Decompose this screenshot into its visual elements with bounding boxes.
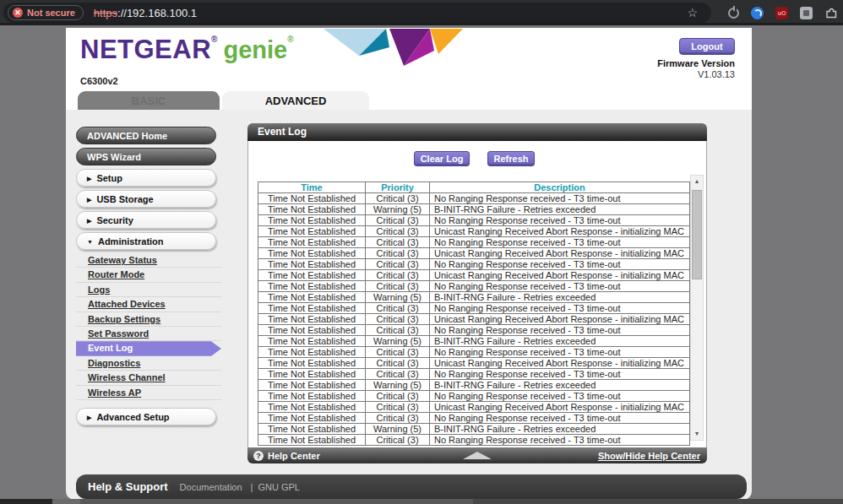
description-cell: B-INIT-RNG Failure - Retries exceeded [430, 336, 690, 347]
description-cell: B-INIT-RNG Failure - Retries exceeded [430, 380, 690, 391]
priority-cell: Critical (3) [366, 281, 430, 292]
help-support-bar: Help & Support Documentation | GNU GPL [76, 474, 747, 499]
time-cell: Time Not Established [258, 226, 366, 237]
tab-basic[interactable]: BASIC [78, 91, 220, 110]
scrollbar-thumb[interactable] [692, 190, 702, 279]
description-cell: No Ranging Response received - T3 time-o… [430, 413, 690, 424]
time-cell: Time Not Established [258, 259, 366, 270]
time-cell: Time Not Established [258, 347, 366, 358]
sidebar-link-logs[interactable]: Logs [76, 283, 221, 297]
priority-cell: Critical (3) [366, 435, 430, 446]
priority-cell: Critical (3) [366, 347, 430, 358]
sidebar-link-router-mode[interactable]: Router Mode [76, 268, 221, 282]
sidebar-link-gateway-status[interactable]: Gateway Status [76, 253, 221, 268]
sidebar-group-usb-storage[interactable]: USB Storage [76, 190, 216, 208]
sidebar-link-label: Gateway Status [88, 255, 157, 265]
time-cell: Time Not Established [258, 435, 366, 446]
description-cell: Unicast Ranging Received Abort Response … [430, 358, 690, 369]
sidebar-link-set-password[interactable]: Set Password [76, 327, 221, 341]
priority-cell: Critical (3) [366, 402, 430, 413]
priority-cell: Critical (3) [366, 259, 430, 270]
table-row: Time Not EstablishedCritical (3)No Rangi… [258, 281, 690, 292]
table-row: Time Not EstablishedCritical (3)Unicast … [258, 314, 690, 325]
netgear-wordmark: NETGEAR [80, 35, 211, 64]
sidebar-link-wireless-channel[interactable]: Wireless Channel [76, 371, 221, 385]
collapse-handle-icon[interactable] [463, 452, 492, 459]
event-log-table-wrap: Time Priority Description Time Not Estab… [258, 182, 690, 446]
priority-cell: Warning (5) [366, 204, 430, 215]
time-cell: Time Not Established [258, 193, 366, 204]
description-cell: No Ranging Response received - T3 time-o… [430, 391, 690, 402]
description-cell: No Ranging Response received - T3 time-o… [430, 237, 690, 248]
model-number: C6300v2 [80, 76, 118, 86]
sidebar-group-security[interactable]: Security [76, 211, 216, 229]
priority-cell: Critical (3) [366, 270, 430, 281]
time-cell: Time Not Established [258, 336, 366, 347]
table-row: Time Not EstablishedCritical (3)No Rangi… [258, 237, 690, 248]
priority-cell: Warning (5) [366, 292, 430, 303]
table-scrollbar[interactable]: ▲ ▼ [690, 175, 704, 441]
description-cell: No Ranging Response received - T3 time-o… [430, 347, 690, 358]
sidebar-item-wps-wizard[interactable]: WPS Wizard [76, 148, 216, 165]
sidebar-link-diagnostics[interactable]: Diagnostics [76, 356, 221, 371]
sidebar-link-label: Wireless Channel [88, 372, 166, 382]
table-row: Time Not EstablishedWarning (5)B-INIT-RN… [258, 380, 690, 391]
priority-cell: Critical (3) [366, 325, 430, 336]
sidebar-link-label: Backup Settings [88, 314, 160, 324]
blue-extension-icon[interactable] [751, 7, 764, 19]
gnu-gpl-link[interactable]: GNU GPL [258, 482, 300, 492]
table-row: Time Not EstablishedCritical (3)No Rangi… [258, 413, 690, 424]
time-cell: Time Not Established [258, 292, 366, 303]
sidebar-link-label: Wireless AP [88, 387, 141, 398]
priority-cell: Critical (3) [366, 237, 430, 248]
sidebar-group-advanced-setup[interactable]: Advanced Setup [76, 408, 216, 425]
sidebar-link-event-log[interactable]: Event Log [76, 341, 221, 355]
logout-button[interactable]: Logout [679, 38, 735, 55]
time-cell: Time Not Established [258, 402, 366, 413]
bookmark-star-icon[interactable]: ☆ [687, 6, 698, 19]
power-icon[interactable] [728, 8, 739, 19]
time-cell: Time Not Established [258, 413, 366, 424]
sidebar-group-administration[interactable]: Administration [76, 232, 216, 250]
priority-cell: Critical (3) [366, 314, 430, 325]
url-rest: ://192.168.100.1 [117, 7, 197, 19]
priority-cell: Critical (3) [366, 226, 430, 237]
footer-separator: | [251, 482, 253, 492]
gray-extension-icon[interactable] [800, 7, 813, 19]
table-row: Time Not EstablishedCritical (3)No Rangi… [258, 325, 690, 336]
panel-title: Event Log [247, 123, 707, 141]
sidebar-link-backup-settings[interactable]: Backup Settings [76, 312, 221, 327]
description-cell: No Ranging Response received - T3 time-o… [430, 435, 690, 446]
priority-cell: Critical (3) [366, 215, 430, 226]
security-chip[interactable]: ✕ Not secure [8, 5, 84, 20]
table-row: Time Not EstablishedCritical (3)Unicast … [258, 402, 690, 413]
description-cell: Unicast Ranging Received Abort Response … [430, 314, 690, 325]
description-cell: No Ranging Response received - T3 time-o… [430, 259, 690, 270]
help-question-icon: ? [253, 451, 264, 461]
priority-cell: Warning (5) [366, 380, 430, 391]
scroll-up-icon[interactable]: ▲ [691, 176, 703, 187]
show-hide-help-link[interactable]: Show/Hide Help Center [598, 451, 700, 461]
ublock-extension-icon[interactable]: uO [775, 7, 788, 19]
extensions-puzzle-icon[interactable] [824, 6, 838, 19]
refresh-button[interactable]: Refresh [487, 151, 535, 166]
priority-cell: Critical (3) [366, 391, 430, 402]
sidebar-link-attached-devices[interactable]: Attached Devices [76, 297, 221, 312]
sidebar-link-wireless-ap[interactable]: Wireless AP [76, 386, 221, 400]
tab-advanced[interactable]: ADVANCED [222, 91, 369, 110]
description-cell: No Ranging Response received - T3 time-o… [430, 369, 690, 380]
time-cell: Time Not Established [258, 303, 366, 314]
documentation-link[interactable]: Documentation [180, 482, 242, 492]
clear-log-button[interactable]: Clear Log [414, 151, 470, 166]
description-cell: Unicast Ranging Received Abort Response … [430, 402, 690, 413]
sidebar-group-setup[interactable]: Setup [76, 169, 216, 187]
admin-links: Gateway StatusRouter ModeLogsAttached De… [76, 253, 221, 400]
table-row: Time Not EstablishedCritical (3)Unicast … [258, 270, 690, 281]
sidebar-item-advanced-home[interactable]: ADVANCED Home [76, 127, 216, 144]
url-text[interactable]: https://192.168.100.1 [94, 7, 197, 19]
scroll-down-icon[interactable]: ▼ [691, 428, 703, 440]
time-cell: Time Not Established [258, 248, 366, 259]
time-cell: Time Not Established [258, 325, 366, 336]
omnibox[interactable]: ✕ Not secure https://192.168.100.1 ☆ [3, 3, 711, 23]
table-row: Time Not EstablishedCritical (3)No Rangi… [258, 347, 690, 358]
